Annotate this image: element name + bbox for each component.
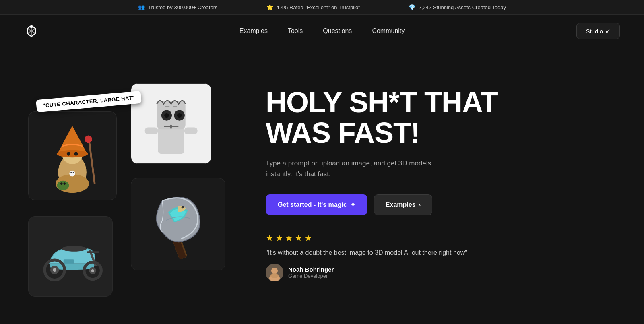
svg-point-24: [164, 113, 169, 118]
assets-icon: 💎: [409, 4, 415, 10]
svg-marker-4: [58, 126, 87, 154]
svg-point-25: [177, 113, 182, 118]
banner-sep-1: [242, 4, 242, 10]
svg-rect-17: [145, 127, 158, 134]
banner-sep-2: [384, 4, 384, 10]
svg-rect-34: [63, 259, 74, 264]
svg-point-5: [57, 150, 88, 158]
author-info: Noah Böhringer Game Developer: [288, 266, 334, 279]
banner-creators: 👥 Trusted by 300,000+ Creators: [138, 4, 218, 10]
nav-links: Examples Tools Questions Community: [239, 27, 405, 35]
grid-layout: "CUTE CHARACTER, LARGE HAT": [24, 71, 233, 301]
stars-container: ★ ★ ★ ★ ★: [266, 233, 620, 244]
sparkle-icon: ✦: [350, 201, 355, 208]
navbar: Examples Tools Questions Community Studi…: [0, 15, 644, 47]
character-visual: [35, 118, 109, 193]
banner-rating-text: 4.4/5 Rated "Excellent" on Trustpilot: [277, 4, 360, 10]
svg-point-14: [60, 183, 63, 185]
studio-button[interactable]: Studio ↙: [576, 23, 620, 39]
nav-community[interactable]: Community: [372, 27, 405, 35]
testimonial-author: Noah Böhringer Game Developer: [266, 264, 620, 281]
star-3: ★: [285, 233, 293, 244]
banner-assets: 💎 2,242 Stunning Assets Created Today: [409, 4, 506, 10]
card-character: [28, 111, 117, 200]
svg-point-10: [73, 172, 74, 174]
hero-title-line2: WAS FAST!: [266, 117, 420, 149]
star-4: ★: [295, 233, 303, 244]
svg-line-11: [89, 141, 95, 184]
svg-point-9: [70, 172, 72, 174]
svg-rect-18: [184, 127, 198, 134]
avatar-image: [266, 264, 283, 281]
hero-subtitle: Type a prompt or upload an image, and ge…: [266, 158, 459, 180]
logo-icon: [24, 24, 39, 38]
banner-rating: ⭐ 4.4/5 Rated "Excellent" on Trustpilot: [266, 4, 360, 10]
svg-point-35: [53, 268, 56, 272]
scooter-visual: [35, 223, 106, 290]
testimonial-quote: "It's without a doubt the best Image to …: [266, 249, 620, 256]
svg-point-41: [271, 268, 278, 274]
svg-point-6: [67, 152, 70, 156]
examples-button[interactable]: Examples ›: [374, 194, 432, 215]
studio-icon: ↙: [605, 27, 611, 35]
svg-point-13: [57, 181, 69, 190]
hero-title-line1: HOLY SH*T THAT: [266, 86, 498, 118]
studio-label: Studio: [586, 28, 603, 35]
nav-questions[interactable]: Questions: [323, 27, 352, 35]
hero-content: HOLY SH*T THAT WAS FAST! Type a prompt o…: [266, 63, 620, 281]
svg-point-39: [182, 206, 184, 208]
svg-point-28: [62, 246, 87, 251]
prompt-tag: "CUTE CHARACTER, LARGE HAT": [36, 91, 142, 113]
star-5: ★: [304, 233, 312, 244]
examples-label: Examples: [386, 201, 416, 208]
top-banner: 👥 Trusted by 300,000+ Creators ⭐ 4.4/5 R…: [0, 0, 644, 15]
svg-point-12: [85, 136, 93, 143]
author-name: Noah Böhringer: [288, 266, 334, 273]
get-started-button[interactable]: Get started - It's magic ✦: [266, 194, 367, 215]
banner-creators-text: Trusted by 300,000+ Creators: [148, 4, 218, 10]
svg-point-43: [270, 273, 279, 278]
svg-point-15: [64, 183, 66, 185]
arrow-right-icon: ›: [419, 202, 421, 208]
author-role: Game Developer: [288, 273, 334, 279]
creators-icon: 👥: [138, 4, 145, 10]
card-axe: [131, 178, 225, 270]
frankenstein-visual: [137, 90, 205, 157]
axe-visual: [138, 185, 218, 263]
get-started-label: Get started - It's magic: [278, 201, 347, 208]
card-scooter: [28, 216, 113, 297]
star-1: ★: [266, 233, 274, 244]
svg-rect-16: [158, 126, 184, 154]
star-2: ★: [275, 233, 283, 244]
logo[interactable]: [24, 24, 39, 38]
nav-examples[interactable]: Examples: [239, 27, 268, 35]
card-frankenstein: [131, 83, 211, 164]
hero-section: "CUTE CHARACTER, LARGE HAT": [0, 47, 644, 324]
author-avatar: [266, 264, 283, 281]
hero-title: HOLY SH*T THAT WAS FAST!: [266, 87, 620, 148]
svg-point-0: [30, 26, 33, 28]
rating-icon: ⭐: [266, 4, 273, 10]
banner-assets-text: 2,242 Stunning Assets Created Today: [419, 4, 506, 10]
image-grid: "CUTE CHARACTER, LARGE HAT": [24, 71, 233, 301]
svg-point-36: [91, 269, 94, 272]
nav-tools[interactable]: Tools: [288, 27, 303, 35]
svg-point-8: [70, 171, 76, 177]
svg-point-7: [74, 152, 78, 156]
cta-buttons: Get started - It's magic ✦ Examples ›: [266, 194, 620, 215]
